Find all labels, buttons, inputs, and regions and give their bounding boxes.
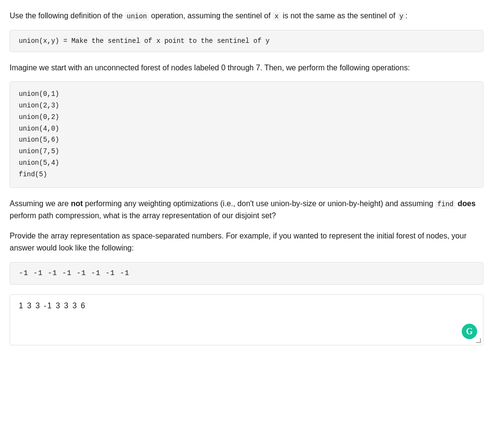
operation-line: find(5) — [19, 169, 474, 181]
operation-line: union(7,5) — [19, 146, 474, 158]
question-paragraph: Assuming we are not performing any weigh… — [10, 198, 483, 222]
operation-line: union(0,2) — [19, 112, 474, 123]
operation-line: union(0,1) — [19, 89, 474, 100]
intro-paragraph: Use the following definition of the unio… — [10, 10, 483, 22]
example-block: -1 -1 -1 -1 -1 -1 -1 -1 — [10, 262, 483, 285]
operation-line: union(4,0) — [19, 123, 474, 135]
question-text-after-not: performing any weighting optimizations (… — [83, 199, 435, 208]
scenario-paragraph: Imagine we start with an unconnected for… — [10, 62, 483, 74]
not-label: not — [71, 199, 83, 208]
resize-handle[interactable] — [476, 338, 482, 344]
intro-text-end: : — [405, 12, 407, 20]
grammarly-button[interactable]: G — [462, 324, 477, 339]
union-code: union — [125, 12, 149, 21]
intro-text-after-union: operation, assuming the sentinel of — [149, 12, 272, 20]
intro-text-middle: is not the same as the sentinel of — [281, 12, 398, 20]
question-text-after-does: perform path compression, what is the ar… — [10, 211, 276, 220]
x-code: x — [272, 12, 280, 21]
provide-paragraph: Provide the array representation as spac… — [10, 230, 483, 254]
operation-line: union(5,4) — [19, 158, 474, 169]
find-code: find — [435, 200, 455, 209]
operation-line: union(5,6) — [19, 134, 474, 146]
question-text-before-not: Assuming we are — [10, 199, 71, 208]
does-label: does — [457, 199, 475, 208]
operation-line: union(2,3) — [19, 100, 474, 112]
y-code: y — [398, 12, 405, 21]
answer-area-wrapper: G — [10, 294, 483, 345]
operations-block: union(0,1)union(2,3)union(0,2)union(4,0)… — [10, 81, 483, 187]
definition-block: union(x,y) = Make the sentinel of x poin… — [10, 30, 483, 52]
answer-textarea[interactable] — [10, 295, 483, 343]
intro-text-before: Use the following definition of the — [10, 12, 125, 20]
